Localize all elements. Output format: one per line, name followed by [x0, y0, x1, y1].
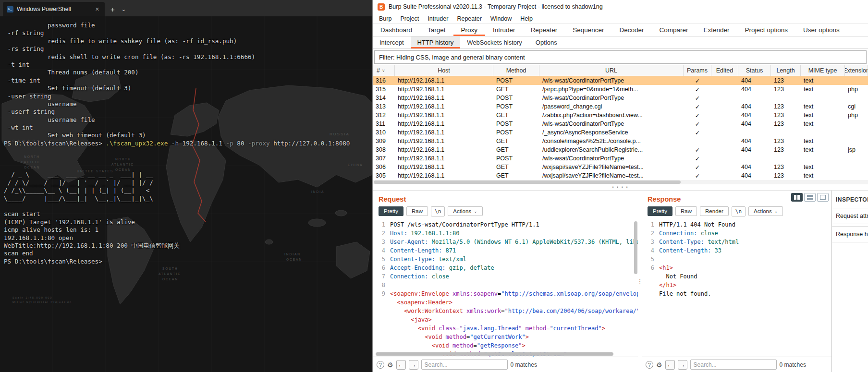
column-header-url[interactable]: URL [539, 65, 684, 76]
response-actions-button[interactable]: Actions ⌄ [748, 206, 783, 216]
subtab-websockets-history[interactable]: WebSockets history [460, 36, 529, 48]
view-tab-render[interactable]: Render [700, 206, 729, 216]
cell-host: http://192.168.1.1 [395, 163, 493, 171]
next-match-button[interactable]: → [409, 360, 418, 370]
column-header-method[interactable]: Method [493, 65, 539, 76]
column-header-item[interactable]: #∨ [373, 65, 395, 76]
tab-close-icon[interactable]: ✕ [94, 5, 101, 13]
table-row[interactable]: 316http://192.168.1.1POST/wls-wsat/Coord… [373, 76, 868, 85]
prev-match-button[interactable]: ← [665, 360, 675, 370]
scrollbar-handle[interactable] [376, 352, 613, 356]
table-row[interactable]: 310http://192.168.1.1POST/_async/AsyncRe… [373, 128, 868, 137]
scrollbar-handle[interactable] [374, 180, 681, 184]
table-horizontal-scrollbar[interactable] [373, 180, 868, 184]
response-editor[interactable]: 1HTTP/1.1 404 Not Found2Connection: clos… [642, 218, 831, 357]
next-match-button[interactable]: → [678, 360, 687, 370]
table-row[interactable]: 312http://192.168.1.1GET/zabbix.php?acti… [373, 111, 868, 120]
tab-extender[interactable]: Extender [696, 24, 737, 36]
request-editor[interactable]: 1POST /wls-wsat/CoordinatorPortType HTTP… [373, 218, 638, 357]
table-row[interactable]: 311http://192.168.1.1POST/wls-wsat/Coord… [373, 120, 868, 128]
text-segment: Content-Length: [390, 247, 442, 254]
table-row[interactable]: 308http://192.168.1.1GET/uddiexplorer/Se… [373, 145, 868, 154]
line-number: 7 [373, 272, 385, 281]
terminal-line: -wt int [4, 124, 372, 132]
column-header-length[interactable]: Length [771, 65, 801, 76]
table-row[interactable]: 314http://192.168.1.1POST/wls-wsat/Coord… [373, 94, 868, 102]
menu-help[interactable]: Help [516, 15, 537, 22]
tab-decoder[interactable]: Decoder [611, 24, 651, 36]
cell-edited [711, 154, 738, 163]
tab-dropdown-icon[interactable]: ⌄ [122, 6, 126, 12]
request-horizontal-scrollbar[interactable] [376, 352, 631, 356]
response-search-input[interactable] [690, 360, 777, 370]
terminal-tab-powershell[interactable]: >_ Windows PowerShell ✕ [3, 2, 105, 16]
menu-burp[interactable]: Burp [375, 15, 396, 22]
text-segment: PS D:\tools\fscan\Releases> [4, 140, 106, 147]
vertical-splitter[interactable]: ⋮ [638, 191, 642, 372]
layout-rows-button[interactable] [804, 193, 816, 202]
request-panel: Request PrettyRaw \n Actions ⌄ 1POST /wl… [373, 191, 638, 372]
tab-user-options[interactable]: User options [795, 24, 847, 36]
table-row[interactable]: 313http://192.168.1.1POST/password_chang… [373, 102, 868, 111]
terminal-body[interactable]: GreenlandC A N A D ARUSSIAUNITED STATESC… [0, 16, 372, 372]
column-header-mime-type[interactable]: MIME type [801, 65, 845, 76]
column-header-edited[interactable]: Edited [711, 65, 738, 76]
terminal-line: Set timeout (default 3) [4, 84, 372, 92]
tab-dashboard[interactable]: Dashboard [373, 24, 420, 36]
view-tab-raw[interactable]: Raw [406, 206, 428, 216]
column-header-params[interactable]: Params [684, 65, 711, 76]
subtab-http-history[interactable]: HTTP history [411, 36, 461, 48]
request-vertical-scrollbar[interactable] [634, 220, 637, 351]
tab-proxy[interactable]: Proxy [453, 24, 486, 36]
text-segment: scan start [4, 210, 40, 217]
layout-columns-button[interactable] [791, 193, 803, 202]
cell-host: http://192.168.1.1 [395, 171, 493, 180]
view-tab-pretty[interactable]: Pretty [648, 206, 672, 216]
inspector-section-request-attributes[interactable]: Request attributes [832, 208, 868, 224]
menu-repeater[interactable]: Repeater [452, 15, 486, 22]
inspector-section-response-headers[interactable]: Response headers [832, 226, 868, 242]
table-row[interactable]: 309http://192.168.1.1GET/console/images/… [373, 137, 868, 145]
table-row[interactable]: 306http://192.168.1.1GET/wxjsapi/saveYZJ… [373, 163, 868, 171]
tab-target[interactable]: Target [420, 24, 453, 36]
cell-url: /wls-wsat/CoordinatorPortType [539, 154, 684, 163]
table-row[interactable]: 315http://192.168.1.1GET/jsrpc.php?type=… [373, 85, 868, 94]
prev-match-button[interactable]: ← [396, 360, 406, 370]
request-search-input[interactable] [421, 360, 508, 370]
tab-repeater[interactable]: Repeater [523, 24, 565, 36]
table-row[interactable]: 307http://192.168.1.1POST/wls-wsat/Coord… [373, 154, 868, 163]
column-header-status[interactable]: Status [738, 65, 771, 76]
view-tab-raw[interactable]: Raw [675, 206, 697, 216]
menu-intruder[interactable]: Intruder [423, 15, 452, 22]
newline-toggle-button[interactable]: \n [431, 206, 445, 216]
tab-sequencer[interactable]: Sequencer [565, 24, 611, 36]
gear-icon[interactable]: ⚙ [387, 361, 393, 369]
horizontal-splitter[interactable]: • • • • [373, 184, 868, 190]
filter-bar[interactable]: Filter: Hiding CSS, image and general bi… [374, 50, 867, 64]
subtab-intercept[interactable]: Intercept [373, 36, 411, 48]
table-row[interactable]: 305http://192.168.1.1GET/wxjsapi/saveYZJ… [373, 171, 868, 180]
text-segment: Connection: [390, 273, 428, 280]
gear-icon[interactable]: ⚙ [656, 361, 662, 369]
subtab-options[interactable]: Options [529, 36, 564, 48]
newline-toggle-button[interactable]: \n [732, 206, 746, 216]
request-actions-button[interactable]: Actions ⌄ [448, 206, 482, 216]
menu-project[interactable]: Project [396, 15, 423, 22]
view-tab-pretty[interactable]: Pretty [379, 206, 403, 216]
column-header-host[interactable]: Host [395, 65, 493, 76]
column-header-extension[interactable]: Extension [845, 65, 868, 76]
tab-comparer[interactable]: Comparer [652, 24, 696, 36]
terminal-line: PS D:\tools\fscan\Releases> .\fscan_upx3… [4, 140, 372, 147]
history-table-body: 316http://192.168.1.1POST/wls-wsat/Coord… [373, 76, 868, 180]
tab-intruder[interactable]: Intruder [485, 24, 523, 36]
code-line: 7Connection: close [373, 272, 638, 281]
text-segment: -p [226, 140, 233, 147]
help-icon[interactable]: ? [646, 361, 653, 369]
tab-project-options[interactable]: Project options [737, 24, 795, 36]
menu-window[interactable]: Window [486, 15, 516, 22]
scrollbar-handle[interactable] [634, 221, 637, 274]
layout-single-button[interactable] [817, 193, 829, 202]
code-line: <work:WorkContext xmlns:work="http://bea… [373, 307, 638, 315]
new-tab-button[interactable]: + [110, 5, 115, 13]
help-icon[interactable]: ? [377, 361, 384, 369]
